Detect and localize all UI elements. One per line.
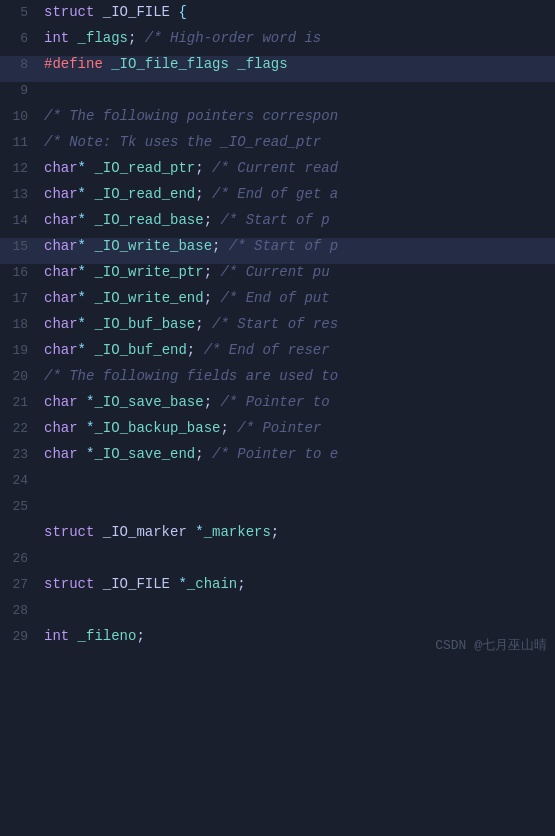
- keyword-char: char: [44, 394, 86, 410]
- member-name: _IO_write_ptr: [94, 264, 203, 280]
- comment-text: /* Start of res: [212, 316, 338, 332]
- line-number: 14: [0, 213, 28, 228]
- member-name: _flags: [78, 30, 128, 46]
- semicolon: ;: [195, 316, 203, 332]
- line-content: /* The following fields are used to: [44, 368, 547, 384]
- line-content: [44, 498, 547, 514]
- line-number: 11: [0, 135, 28, 150]
- pointer-star: *: [78, 160, 95, 176]
- line-content: char* _IO_buf_base; /* Start of res: [44, 316, 547, 332]
- line-content: char* _IO_read_ptr; /* Current read: [44, 160, 547, 176]
- pointer-star: *: [178, 576, 186, 592]
- code-line-8: 13 char* _IO_read_end; /* End of get a: [0, 186, 555, 212]
- pointer-star: *: [195, 524, 203, 540]
- keyword-char: char: [44, 264, 78, 280]
- code-line-3: 8 #define _IO_file_flags _flags: [0, 56, 555, 82]
- code-line-9: 14 char* _IO_read_base; /* Start of p: [0, 212, 555, 238]
- member-name: _IO_read_ptr: [94, 160, 195, 176]
- code-line-24: 28: [0, 602, 555, 628]
- code-line-15: 20 /* The following fields are used to: [0, 368, 555, 394]
- member-name: _IO_buf_base: [94, 316, 195, 332]
- line-content: [44, 550, 547, 566]
- comment-text: /* The following fields are used to: [44, 368, 338, 384]
- type-name: _IO_FILE: [103, 576, 179, 592]
- keyword-int: int: [44, 30, 78, 46]
- line-content: int _flags; /* High-order word is: [44, 30, 547, 46]
- code-line-20: 25: [0, 498, 555, 524]
- comment-text: /* Pointer: [237, 420, 321, 436]
- line-content: char *_IO_backup_base; /* Pointer: [44, 420, 547, 436]
- line-content: char *_IO_save_base; /* Pointer to: [44, 394, 547, 410]
- code-line-12: 17 char* _IO_write_end; /* End of put: [0, 290, 555, 316]
- code-line-18: 23 char *_IO_save_end; /* Pointer to e: [0, 446, 555, 472]
- semicolon: ;: [195, 446, 203, 462]
- spacing: [204, 186, 212, 202]
- code-line-16: 21 char *_IO_save_base; /* Pointer to: [0, 394, 555, 420]
- pointer-star: *: [78, 290, 95, 306]
- comment-text: /* Start of p: [220, 212, 329, 228]
- comment-text: /* Current pu: [220, 264, 329, 280]
- type-name: _IO_marker: [103, 524, 195, 540]
- line-number: 27: [0, 577, 28, 592]
- line-number: 10: [0, 109, 28, 124]
- keyword-struct: struct: [44, 524, 103, 540]
- semicolon: ;: [204, 290, 212, 306]
- semicolon: ;: [204, 212, 212, 228]
- pointer-star: *: [78, 238, 95, 254]
- code-line-14: 19 char* _IO_buf_end; /* End of reser: [0, 342, 555, 368]
- code-line-25: 29 int _fileno; CSDN @七月巫山晴: [0, 628, 555, 654]
- keyword-char: char: [44, 316, 78, 332]
- line-content: char *_IO_save_end; /* Pointer to e: [44, 446, 547, 462]
- line-content: /* Note: Tk uses the _IO_read_ptr: [44, 134, 547, 150]
- spacing: [204, 316, 212, 332]
- member-name: _IO_save_base: [94, 394, 203, 410]
- keyword-char: char: [44, 420, 86, 436]
- comment-text: /* End of put: [220, 290, 329, 306]
- line-number: 5: [0, 5, 28, 20]
- line-content: char* _IO_buf_end; /* End of reser: [44, 342, 547, 358]
- keyword-struct: struct: [44, 4, 103, 20]
- line-number: 29: [0, 629, 28, 644]
- pointer-star: *: [78, 316, 95, 332]
- spacing: [229, 420, 237, 436]
- line-content: char* _IO_write_ptr; /* Current pu: [44, 264, 547, 280]
- line-number: 22: [0, 421, 28, 436]
- line-content: /* The following pointers correspon: [44, 108, 547, 124]
- spacing: [204, 160, 212, 176]
- line-number: 26: [0, 551, 28, 566]
- spacing: [195, 342, 203, 358]
- spacing: [204, 446, 212, 462]
- line-content: #define _IO_file_flags _flags: [44, 56, 547, 72]
- comment-text: /* End of get a: [212, 186, 338, 202]
- member-name: _chain: [187, 576, 237, 592]
- code-line-7: 12 char* _IO_read_ptr; /* Current read: [0, 160, 555, 186]
- line-content: char* _IO_write_end; /* End of put: [44, 290, 547, 306]
- line-number: 12: [0, 161, 28, 176]
- comment-text: /* High-order word is: [145, 30, 321, 46]
- line-number: 24: [0, 473, 28, 488]
- spacing: [220, 238, 228, 254]
- brace-open: {: [178, 4, 186, 20]
- line-number: 25: [0, 499, 28, 514]
- type-name: _IO_FILE: [103, 4, 179, 20]
- keyword-char: char: [44, 160, 78, 176]
- semicolon: ;: [220, 420, 228, 436]
- keyword-struct: struct: [44, 576, 103, 592]
- code-line-10: 15 char* _IO_write_base; /* Start of p: [0, 238, 555, 264]
- line-number: 15: [0, 239, 28, 254]
- pointer-star: *: [78, 264, 95, 280]
- line-content: [44, 82, 547, 98]
- line-content: struct _IO_FILE *_chain;: [44, 576, 547, 592]
- line-number: 6: [0, 31, 28, 46]
- member-name: _IO_read_base: [94, 212, 203, 228]
- line-content: struct _IO_marker *_markers;: [44, 524, 547, 540]
- line-number: 21: [0, 395, 28, 410]
- code-line-4: 9: [0, 82, 555, 108]
- keyword-char: char: [44, 238, 78, 254]
- semicolon: ;: [136, 628, 144, 644]
- pointer-star: *: [78, 186, 95, 202]
- keyword-char: char: [44, 186, 78, 202]
- line-number: [0, 525, 28, 540]
- line-content: char* _IO_write_base; /* Start of p: [44, 238, 547, 254]
- semicolon: ;: [237, 576, 245, 592]
